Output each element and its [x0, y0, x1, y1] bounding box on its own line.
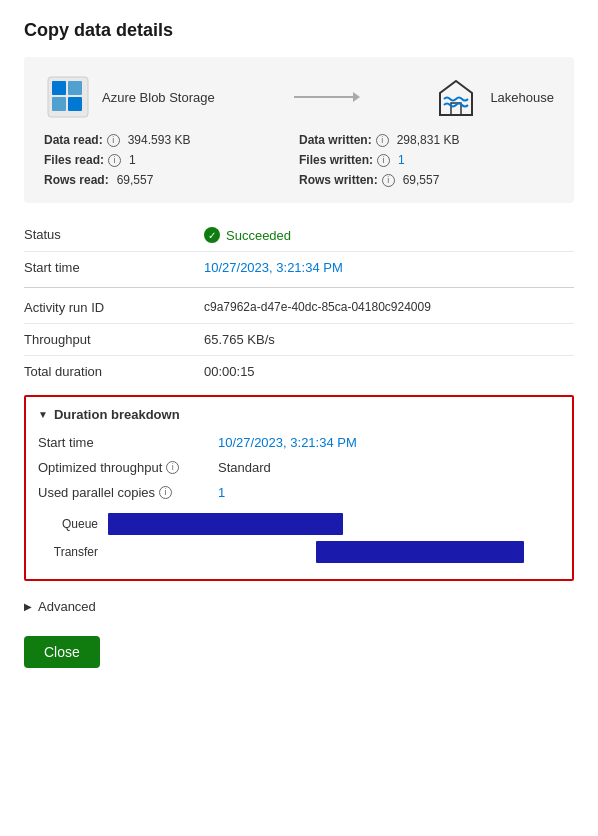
parallel-copies-info-icon[interactable]: i: [159, 486, 172, 499]
duration-start-time-label: Start time: [38, 435, 218, 450]
queue-bar-label: Queue: [38, 517, 108, 531]
info-section-2: Activity run ID c9a7962a-d47e-40dc-85ca-…: [24, 292, 574, 387]
duration-start-time-value: 10/27/2023, 3:21:34 PM: [218, 435, 357, 450]
rows-read-value: 69,557: [117, 173, 154, 187]
bar-chart: Queue Transfer: [38, 513, 560, 563]
throughput-value: 65.765 KB/s: [204, 332, 574, 347]
files-read-info-icon[interactable]: i: [108, 154, 121, 167]
files-read-label: Files read:: [44, 153, 104, 167]
rows-written-label: Rows written:: [299, 173, 378, 187]
svg-rect-2: [68, 81, 82, 95]
lakehouse-icon: [432, 73, 480, 121]
copy-flow-inner: Azure Blob Storage Lakehouse: [44, 73, 554, 187]
start-time-row: Start time 10/27/2023, 3:21:34 PM: [24, 252, 574, 283]
total-duration-value: 00:00:15: [204, 364, 574, 379]
parallel-copies-row: Used parallel copies i 1: [38, 480, 560, 505]
close-button[interactable]: Close: [24, 636, 100, 668]
info-section: Status ✓ Succeeded Start time 10/27/2023…: [24, 219, 574, 283]
transfer-bar-track: [108, 541, 560, 563]
data-read-row: Data read: i 394.593 KB: [44, 133, 299, 147]
files-written-label: Files written:: [299, 153, 373, 167]
optimized-throughput-label: Optimized throughput i: [38, 460, 218, 475]
status-row: Status ✓ Succeeded: [24, 219, 574, 252]
rows-written-value: 69,557: [403, 173, 440, 187]
copy-flow-top: Azure Blob Storage Lakehouse: [44, 73, 554, 121]
total-duration-row: Total duration 00:00:15: [24, 356, 574, 387]
throughput-row: Throughput 65.765 KB/s: [24, 324, 574, 356]
page-title: Copy data details: [24, 20, 574, 41]
svg-rect-4: [68, 97, 82, 111]
parallel-copies-label: Used parallel copies i: [38, 485, 218, 500]
svg-rect-1: [52, 81, 66, 95]
start-time-label: Start time: [24, 260, 204, 275]
files-written-value: 1: [398, 153, 405, 167]
divider-1: [24, 287, 574, 288]
files-written-info-icon[interactable]: i: [377, 154, 390, 167]
status-text: Succeeded: [226, 228, 291, 243]
azure-blob-storage-icon: [44, 73, 92, 121]
arrow-line: [294, 96, 354, 98]
activity-run-id-value: c9a7962a-d47e-40dc-85ca-04180c924009: [204, 300, 574, 314]
status-label: Status: [24, 227, 204, 242]
status-value: ✓ Succeeded: [204, 227, 574, 243]
rows-read-row: Rows read: 69,557: [44, 173, 299, 187]
data-read-value: 394.593 KB: [128, 133, 191, 147]
total-duration-label: Total duration: [24, 364, 204, 379]
duration-start-time-row: Start time 10/27/2023, 3:21:34 PM: [38, 430, 560, 455]
stats-grid: Data read: i 394.593 KB Data written: i …: [44, 133, 554, 187]
data-written-row: Data written: i 298,831 KB: [299, 133, 554, 147]
parallel-copies-value: 1: [218, 485, 225, 500]
throughput-label: Throughput: [24, 332, 204, 347]
transfer-bar-fill: [316, 541, 524, 563]
duration-breakdown-header[interactable]: ▼ Duration breakdown: [38, 407, 560, 422]
activity-run-id-label: Activity run ID: [24, 300, 204, 315]
advanced-label: Advanced: [38, 599, 96, 614]
transfer-bar-label: Transfer: [38, 545, 108, 559]
queue-bar-fill: [108, 513, 343, 535]
optimized-throughput-value: Standard: [218, 460, 271, 475]
data-written-value: 298,831 KB: [397, 133, 460, 147]
files-written-row: Files written: i 1: [299, 153, 554, 167]
data-written-info-icon[interactable]: i: [376, 134, 389, 147]
rows-written-row: Rows written: i 69,557: [299, 173, 554, 187]
transfer-bar-row: Transfer: [38, 541, 560, 563]
chevron-right-icon: ▶: [24, 601, 32, 612]
rows-written-info-icon[interactable]: i: [382, 174, 395, 187]
copy-flow-card: Azure Blob Storage Lakehouse: [24, 57, 574, 203]
data-read-label: Data read:: [44, 133, 103, 147]
success-icon: ✓: [204, 227, 220, 243]
queue-bar-track: [108, 513, 560, 535]
optimized-throughput-row: Optimized throughput i Standard: [38, 455, 560, 480]
dest-label: Lakehouse: [490, 90, 554, 105]
files-read-row: Files read: i 1: [44, 153, 299, 167]
arrow-area: [215, 96, 433, 98]
start-time-value: 10/27/2023, 3:21:34 PM: [204, 260, 574, 275]
data-written-label: Data written:: [299, 133, 372, 147]
files-read-value: 1: [129, 153, 136, 167]
rows-read-label: Rows read:: [44, 173, 109, 187]
duration-breakdown-title: Duration breakdown: [54, 407, 180, 422]
source-label: Azure Blob Storage: [102, 90, 215, 105]
advanced-section[interactable]: ▶ Advanced: [24, 589, 574, 624]
duration-breakdown-box: ▼ Duration breakdown Start time 10/27/20…: [24, 395, 574, 581]
queue-bar-row: Queue: [38, 513, 560, 535]
data-read-info-icon[interactable]: i: [107, 134, 120, 147]
svg-rect-3: [52, 97, 66, 111]
optimized-throughput-info-icon[interactable]: i: [166, 461, 179, 474]
activity-run-id-row: Activity run ID c9a7962a-d47e-40dc-85ca-…: [24, 292, 574, 324]
chevron-down-icon: ▼: [38, 409, 48, 420]
